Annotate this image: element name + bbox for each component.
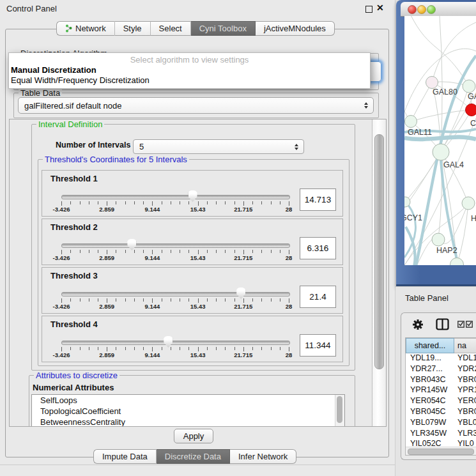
table-row[interactable]: YBR045CYBR0: [406, 407, 476, 418]
numerical-attributes-label: Numerical Attributes: [33, 383, 114, 392]
threshold-value-field[interactable]: 21.4: [300, 286, 336, 308]
tab-impute-data[interactable]: Impute Data: [93, 449, 157, 464]
number-of-intervals-spinner[interactable]: 5: [133, 139, 304, 154]
tick-label: 21.715: [234, 303, 252, 310]
network-node-label: HAP2: [436, 246, 457, 255]
combo-arrows-icon: [364, 98, 368, 113]
threshold-slider-thumb[interactable]: [127, 239, 136, 250]
tab-network[interactable]: Network: [56, 21, 115, 36]
dropdown-placeholder: Select algorithm to view settings: [9, 55, 370, 65]
select-columns-icon[interactable]: [457, 321, 473, 328]
table-row[interactable]: YLR345WYLR3: [406, 429, 476, 440]
tab-select[interactable]: Select: [151, 21, 191, 36]
close-icon[interactable]: ✕: [376, 3, 384, 13]
column-layout-icon[interactable]: [436, 318, 449, 330]
minimize-traffic-light-icon[interactable]: [417, 5, 426, 14]
table-toolbar: [401, 313, 476, 337]
network-node-gal4[interactable]: [433, 144, 449, 160]
tick-label: 28: [286, 303, 293, 310]
tab-discretize-data[interactable]: Discretize Data: [157, 449, 230, 464]
table-header: shared... na: [406, 338, 476, 353]
tick-label: -3.426: [53, 351, 70, 358]
tab-infer-network[interactable]: Infer Network: [230, 449, 296, 464]
list-scrollbar[interactable]: [335, 395, 344, 427]
network-node-label: GA: [468, 92, 476, 101]
threshold-label: Threshold 2: [50, 222, 98, 232]
settings-scrollbar[interactable]: [372, 119, 386, 426]
threshold-panel-1: Threshold 1-3.4262.8599.14415.4321.71528…: [42, 170, 343, 217]
dropdown-option-equal-width[interactable]: Equal Width/Frequency Discretization: [11, 75, 150, 85]
network-node-c[interactable]: [466, 104, 476, 116]
control-panel: Control Panel ✕ Discretization Algorithm…: [0, 0, 395, 476]
dropdown-option-manual[interactable]: Manual Discretization: [11, 65, 96, 75]
top-tab-bar: NetworkStyleSelectCyni ToolboxjActiveMNo…: [56, 21, 335, 36]
spinner-arrows-icon: [295, 140, 298, 153]
column-header-shared[interactable]: shared...: [406, 338, 454, 353]
tick-label: 21.715: [234, 206, 252, 213]
table-panel-title: Table Panel: [405, 293, 449, 303]
tick-label: 2.859: [99, 206, 114, 213]
tab-cyni-toolbox[interactable]: Cyni Toolbox: [191, 21, 256, 36]
settings-scrollpane: Interval Definition Number of Intervals …: [9, 119, 387, 427]
threshold-slider-thumb[interactable]: [236, 288, 245, 299]
column-header-name[interactable]: na: [454, 338, 476, 353]
network-node-label: GAL4: [443, 160, 464, 169]
tick-label: 21.715: [234, 254, 252, 261]
tick-label: 15.43: [190, 351, 206, 358]
threshold-slider-thumb[interactable]: [188, 190, 197, 202]
network-node-hap2[interactable]: [432, 233, 445, 246]
tick-label: 15.43: [190, 206, 206, 213]
network-node-label: GAL80: [433, 88, 457, 96]
tick-label: 9.144: [145, 254, 160, 261]
table-data-combobox[interactable]: galFiltered.sif default node: [18, 97, 374, 114]
table-row[interactable]: YBR043CYBR0: [406, 375, 476, 386]
gear-icon[interactable]: [412, 319, 424, 330]
threshold-value-field[interactable]: 14.713: [300, 188, 336, 211]
network-node-ga[interactable]: [463, 80, 475, 93]
tick-label: -3.426: [53, 206, 70, 213]
attribute-item[interactable]: SelfLoops: [32, 395, 344, 406]
apply-button[interactable]: Apply: [174, 429, 213, 443]
table-row[interactable]: YDL19...YDL1: [406, 353, 476, 364]
threshold-label: Threshold 1: [50, 174, 98, 183]
network-node-label: H: [471, 214, 476, 223]
network-node-gal11[interactable]: [405, 116, 417, 128]
tick-label: 9.144: [145, 206, 160, 213]
table-row[interactable]: YER054CYER0: [406, 396, 476, 407]
interval-definition-group: Interval Definition Number of Intervals …: [31, 124, 355, 371]
tick-label: 28: [286, 351, 293, 358]
network-node-h[interactable]: [462, 197, 475, 210]
network-canvas[interactable]: GAL80GACGAL11GAL4HGCY1HAP2: [404, 16, 476, 265]
attribute-item[interactable]: BetweennessCentrality: [32, 417, 344, 427]
table-hscrollbar[interactable]: [406, 447, 476, 455]
threshold-label: Threshold 4: [50, 319, 98, 329]
network-icon: [65, 24, 72, 33]
zoom-traffic-light-icon[interactable]: [427, 5, 436, 14]
table-row[interactable]: YBL079WYBL0: [406, 418, 476, 429]
table-row[interactable]: YDR27...YDR2: [406, 364, 476, 375]
tick-label: 2.859: [99, 254, 114, 261]
threshold-slider-track[interactable]: [61, 243, 290, 248]
float-window-icon[interactable]: [365, 6, 372, 13]
threshold-label: Threshold 3: [50, 271, 98, 280]
table-panel: shared... na YDL19...YDL1YDR27...YDR2YBR…: [401, 312, 476, 460]
threshold-value-field[interactable]: 6.316: [300, 237, 336, 259]
network-view-window[interactable]: GAL80GACGAL11GAL4HGCY1HAP2: [396, 0, 476, 286]
network-node-gal80[interactable]: [426, 77, 438, 89]
threshold-slider-thumb[interactable]: [164, 336, 173, 348]
close-traffic-light-icon[interactable]: [408, 5, 417, 14]
threshold-slider-track[interactable]: [61, 195, 290, 199]
numerical-attributes-list[interactable]: SelfLoopsTopologicalCoefficientBetweenne…: [31, 394, 345, 427]
network-node[interactable]: [450, 258, 464, 266]
network-node-label: C: [470, 119, 476, 128]
attribute-item[interactable]: TopologicalCoefficient: [32, 406, 344, 417]
threshold-slider-track[interactable]: [61, 341, 290, 345]
tick-label: -3.426: [53, 303, 70, 310]
threshold-value-field[interactable]: 11.344: [300, 334, 336, 357]
tab-style[interactable]: Style: [115, 21, 151, 36]
tick-label: 9.144: [145, 351, 160, 358]
table-row[interactable]: YPR145WYPR1: [406, 385, 476, 396]
tick-label: 15.43: [190, 303, 206, 310]
tab-jactivemnodules[interactable]: jActiveMNodules: [256, 21, 335, 36]
threshold-slider-track[interactable]: [61, 292, 290, 296]
